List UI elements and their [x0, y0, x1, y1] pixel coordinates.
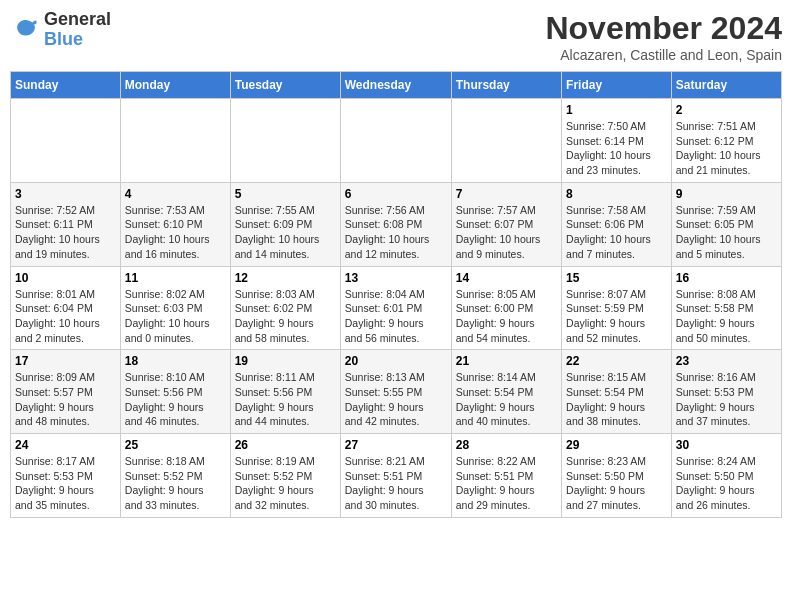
day-number: 14 [456, 271, 557, 285]
logo-icon [10, 15, 40, 45]
calendar-cell [451, 99, 561, 183]
calendar-cell [11, 99, 121, 183]
day-number: 7 [456, 187, 557, 201]
calendar-cell [340, 99, 451, 183]
page-header: General Blue November 2024 Alcazaren, Ca… [10, 10, 782, 63]
day-info: Sunrise: 8:14 AM Sunset: 5:54 PM Dayligh… [456, 370, 557, 429]
day-info: Sunrise: 8:07 AM Sunset: 5:59 PM Dayligh… [566, 287, 667, 346]
day-number: 1 [566, 103, 667, 117]
calendar-header-row: SundayMondayTuesdayWednesdayThursdayFrid… [11, 72, 782, 99]
day-info: Sunrise: 7:53 AM Sunset: 6:10 PM Dayligh… [125, 203, 226, 262]
calendar-cell: 26Sunrise: 8:19 AM Sunset: 5:52 PM Dayli… [230, 434, 340, 518]
day-number: 5 [235, 187, 336, 201]
day-info: Sunrise: 8:19 AM Sunset: 5:52 PM Dayligh… [235, 454, 336, 513]
calendar-cell: 27Sunrise: 8:21 AM Sunset: 5:51 PM Dayli… [340, 434, 451, 518]
day-number: 30 [676, 438, 777, 452]
calendar-cell [120, 99, 230, 183]
day-info: Sunrise: 8:13 AM Sunset: 5:55 PM Dayligh… [345, 370, 447, 429]
calendar-cell: 17Sunrise: 8:09 AM Sunset: 5:57 PM Dayli… [11, 350, 121, 434]
day-number: 29 [566, 438, 667, 452]
calendar-cell: 24Sunrise: 8:17 AM Sunset: 5:53 PM Dayli… [11, 434, 121, 518]
day-number: 2 [676, 103, 777, 117]
calendar-cell: 4Sunrise: 7:53 AM Sunset: 6:10 PM Daylig… [120, 182, 230, 266]
logo-text: General Blue [44, 10, 111, 50]
calendar-cell: 13Sunrise: 8:04 AM Sunset: 6:01 PM Dayli… [340, 266, 451, 350]
day-info: Sunrise: 8:03 AM Sunset: 6:02 PM Dayligh… [235, 287, 336, 346]
day-info: Sunrise: 8:02 AM Sunset: 6:03 PM Dayligh… [125, 287, 226, 346]
day-number: 25 [125, 438, 226, 452]
calendar-cell: 16Sunrise: 8:08 AM Sunset: 5:58 PM Dayli… [671, 266, 781, 350]
day-number: 27 [345, 438, 447, 452]
day-number: 12 [235, 271, 336, 285]
day-number: 24 [15, 438, 116, 452]
day-info: Sunrise: 7:57 AM Sunset: 6:07 PM Dayligh… [456, 203, 557, 262]
day-number: 19 [235, 354, 336, 368]
calendar-cell: 29Sunrise: 8:23 AM Sunset: 5:50 PM Dayli… [562, 434, 672, 518]
calendar-cell: 14Sunrise: 8:05 AM Sunset: 6:00 PM Dayli… [451, 266, 561, 350]
day-info: Sunrise: 8:01 AM Sunset: 6:04 PM Dayligh… [15, 287, 116, 346]
calendar-cell: 20Sunrise: 8:13 AM Sunset: 5:55 PM Dayli… [340, 350, 451, 434]
day-number: 21 [456, 354, 557, 368]
day-number: 4 [125, 187, 226, 201]
day-info: Sunrise: 7:58 AM Sunset: 6:06 PM Dayligh… [566, 203, 667, 262]
week-row-1: 1Sunrise: 7:50 AM Sunset: 6:14 PM Daylig… [11, 99, 782, 183]
calendar-cell: 7Sunrise: 7:57 AM Sunset: 6:07 PM Daylig… [451, 182, 561, 266]
day-number: 10 [15, 271, 116, 285]
day-info: Sunrise: 8:24 AM Sunset: 5:50 PM Dayligh… [676, 454, 777, 513]
calendar-cell: 19Sunrise: 8:11 AM Sunset: 5:56 PM Dayli… [230, 350, 340, 434]
calendar-cell: 6Sunrise: 7:56 AM Sunset: 6:08 PM Daylig… [340, 182, 451, 266]
day-header-friday: Friday [562, 72, 672, 99]
calendar-cell: 3Sunrise: 7:52 AM Sunset: 6:11 PM Daylig… [11, 182, 121, 266]
day-info: Sunrise: 8:15 AM Sunset: 5:54 PM Dayligh… [566, 370, 667, 429]
day-header-saturday: Saturday [671, 72, 781, 99]
location: Alcazaren, Castille and Leon, Spain [545, 47, 782, 63]
calendar-cell: 21Sunrise: 8:14 AM Sunset: 5:54 PM Dayli… [451, 350, 561, 434]
day-info: Sunrise: 8:04 AM Sunset: 6:01 PM Dayligh… [345, 287, 447, 346]
day-number: 28 [456, 438, 557, 452]
week-row-5: 24Sunrise: 8:17 AM Sunset: 5:53 PM Dayli… [11, 434, 782, 518]
day-info: Sunrise: 8:05 AM Sunset: 6:00 PM Dayligh… [456, 287, 557, 346]
day-info: Sunrise: 7:56 AM Sunset: 6:08 PM Dayligh… [345, 203, 447, 262]
calendar-cell: 12Sunrise: 8:03 AM Sunset: 6:02 PM Dayli… [230, 266, 340, 350]
day-info: Sunrise: 7:52 AM Sunset: 6:11 PM Dayligh… [15, 203, 116, 262]
week-row-4: 17Sunrise: 8:09 AM Sunset: 5:57 PM Dayli… [11, 350, 782, 434]
calendar-cell: 18Sunrise: 8:10 AM Sunset: 5:56 PM Dayli… [120, 350, 230, 434]
calendar-cell: 9Sunrise: 7:59 AM Sunset: 6:05 PM Daylig… [671, 182, 781, 266]
day-number: 23 [676, 354, 777, 368]
day-info: Sunrise: 8:22 AM Sunset: 5:51 PM Dayligh… [456, 454, 557, 513]
day-number: 15 [566, 271, 667, 285]
day-info: Sunrise: 7:51 AM Sunset: 6:12 PM Dayligh… [676, 119, 777, 178]
day-info: Sunrise: 8:17 AM Sunset: 5:53 PM Dayligh… [15, 454, 116, 513]
calendar-table: SundayMondayTuesdayWednesdayThursdayFrid… [10, 71, 782, 518]
day-info: Sunrise: 7:55 AM Sunset: 6:09 PM Dayligh… [235, 203, 336, 262]
calendar-cell: 22Sunrise: 8:15 AM Sunset: 5:54 PM Dayli… [562, 350, 672, 434]
day-number: 6 [345, 187, 447, 201]
day-info: Sunrise: 8:11 AM Sunset: 5:56 PM Dayligh… [235, 370, 336, 429]
calendar-cell: 8Sunrise: 7:58 AM Sunset: 6:06 PM Daylig… [562, 182, 672, 266]
day-number: 11 [125, 271, 226, 285]
logo: General Blue [10, 10, 111, 50]
day-info: Sunrise: 8:08 AM Sunset: 5:58 PM Dayligh… [676, 287, 777, 346]
day-header-sunday: Sunday [11, 72, 121, 99]
day-info: Sunrise: 8:21 AM Sunset: 5:51 PM Dayligh… [345, 454, 447, 513]
day-number: 18 [125, 354, 226, 368]
calendar-cell: 28Sunrise: 8:22 AM Sunset: 5:51 PM Dayli… [451, 434, 561, 518]
calendar-cell: 23Sunrise: 8:16 AM Sunset: 5:53 PM Dayli… [671, 350, 781, 434]
day-info: Sunrise: 8:09 AM Sunset: 5:57 PM Dayligh… [15, 370, 116, 429]
day-number: 16 [676, 271, 777, 285]
day-number: 22 [566, 354, 667, 368]
calendar-cell: 25Sunrise: 8:18 AM Sunset: 5:52 PM Dayli… [120, 434, 230, 518]
calendar-cell: 5Sunrise: 7:55 AM Sunset: 6:09 PM Daylig… [230, 182, 340, 266]
calendar-cell: 1Sunrise: 7:50 AM Sunset: 6:14 PM Daylig… [562, 99, 672, 183]
day-number: 8 [566, 187, 667, 201]
day-number: 26 [235, 438, 336, 452]
day-info: Sunrise: 8:10 AM Sunset: 5:56 PM Dayligh… [125, 370, 226, 429]
day-header-monday: Monday [120, 72, 230, 99]
week-row-3: 10Sunrise: 8:01 AM Sunset: 6:04 PM Dayli… [11, 266, 782, 350]
day-number: 9 [676, 187, 777, 201]
day-number: 3 [15, 187, 116, 201]
day-info: Sunrise: 8:23 AM Sunset: 5:50 PM Dayligh… [566, 454, 667, 513]
month-title: November 2024 [545, 10, 782, 47]
day-number: 20 [345, 354, 447, 368]
day-number: 13 [345, 271, 447, 285]
